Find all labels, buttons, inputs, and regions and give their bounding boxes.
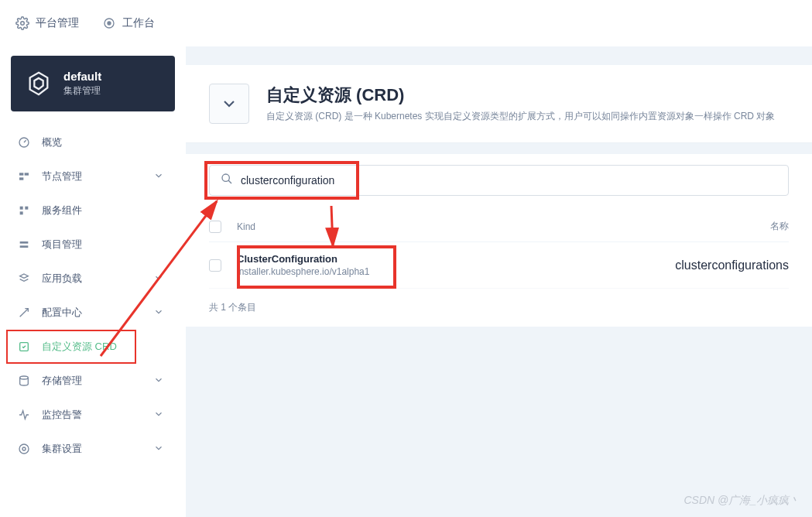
- svg-point-13: [20, 376, 29, 379]
- sidebar-item-nodes[interactable]: 节点管理: [0, 159, 175, 193]
- svg-line-17: [228, 180, 231, 183]
- svg-rect-5: [19, 177, 23, 180]
- cluster-name: default: [63, 70, 101, 83]
- column-header-kind[interactable]: Kind: [237, 221, 593, 232]
- table-header-row: Kind 名称: [209, 211, 789, 242]
- sidebar-item-label: 项目管理: [42, 238, 82, 252]
- cluster-card[interactable]: default 集群管理: [11, 56, 175, 111]
- svg-rect-6: [25, 173, 29, 175]
- sidebar-item-label: 概览: [42, 135, 62, 149]
- sidebar-item-crd[interactable]: 自定义资源 CRD: [0, 330, 175, 364]
- workbench-label: 工作台: [122, 16, 155, 30]
- chevron-down-icon: [153, 272, 164, 286]
- sidebar-item-workloads[interactable]: 应用负载: [0, 262, 175, 296]
- chevron-down-icon: [153, 375, 164, 388]
- sidebar: default 集群管理 概览 节点管理 服务组件 项目管理: [0, 46, 186, 517]
- nodes-icon: [17, 169, 31, 183]
- svg-point-2: [108, 22, 111, 25]
- container: default 集群管理 概览 节点管理 服务组件 项目管理: [0, 46, 812, 517]
- search-icon: [221, 173, 233, 188]
- chevron-down-icon: [153, 306, 164, 320]
- row-name: clusterconfigurations: [593, 258, 789, 272]
- platform-management-label: 平台管理: [36, 16, 79, 30]
- highlight-box: [6, 330, 136, 364]
- page-header: 自定义资源 (CRD) 自定义资源 (CRD) 是一种 Kubernetes 实…: [186, 65, 812, 143]
- monitoring-icon: [17, 408, 31, 422]
- row-checkbox[interactable]: [209, 259, 221, 272]
- circle-icon: [102, 16, 116, 30]
- chevron-down-icon: [153, 170, 164, 183]
- sidebar-item-label: 配置中心: [42, 306, 82, 320]
- svg-rect-8: [25, 207, 28, 210]
- sidebar-item-components[interactable]: 服务组件: [0, 193, 175, 228]
- chevron-down-icon: [153, 443, 164, 456]
- svg-rect-10: [20, 241, 29, 244]
- svg-point-0: [21, 22, 25, 26]
- svg-point-15: [19, 444, 29, 454]
- sidebar-item-label: 应用负载: [42, 272, 82, 286]
- search-input[interactable]: [241, 174, 777, 187]
- sidebar-item-label: 存储管理: [42, 374, 82, 388]
- svg-rect-7: [20, 207, 23, 210]
- row-kind: ClusterConfiguration: [237, 253, 593, 265]
- sidebar-item-config[interactable]: 配置中心: [0, 296, 175, 330]
- projects-icon: [17, 238, 31, 252]
- sidebar-item-label: 监控告警: [42, 408, 82, 422]
- page-description: 自定义资源 (CRD) 是一种 Kubernetes 实现自定义资源类型的扩展方…: [266, 110, 775, 123]
- page-title: 自定义资源 (CRD): [266, 84, 775, 107]
- sidebar-item-settings[interactable]: 集群设置: [0, 432, 175, 466]
- page-icon: [209, 84, 249, 124]
- column-header-name[interactable]: 名称: [593, 220, 789, 233]
- table-row[interactable]: ClusterConfiguration installer.kubespher…: [209, 242, 789, 289]
- gauge-icon: [17, 135, 31, 149]
- hexagon-icon: [25, 70, 53, 98]
- svg-point-16: [222, 174, 229, 181]
- sidebar-item-overview[interactable]: 概览: [0, 125, 175, 159]
- workbench-link[interactable]: 工作台: [102, 16, 155, 30]
- row-api: installer.kubesphere.io/v1alpha1: [237, 266, 593, 277]
- storage-icon: [17, 374, 31, 388]
- cluster-role: 集群管理: [63, 84, 101, 98]
- sidebar-item-label: 集群设置: [42, 442, 82, 456]
- select-all-checkbox[interactable]: [209, 221, 221, 233]
- components-icon: [17, 204, 31, 217]
- gear-icon: [15, 16, 29, 30]
- top-bar: 平台管理 工作台: [0, 0, 812, 46]
- sidebar-item-label: 节点管理: [42, 169, 82, 183]
- table: Kind 名称 ClusterConfiguration installer.k…: [186, 196, 812, 289]
- sidebar-item-storage[interactable]: 存储管理: [0, 364, 175, 398]
- sidebar-nav: 概览 节点管理 服务组件 项目管理 应用负载 配置中心: [0, 125, 175, 466]
- sidebar-item-monitoring[interactable]: 监控告警: [0, 398, 175, 432]
- svg-rect-11: [20, 245, 29, 248]
- config-icon: [17, 306, 31, 320]
- settings-icon: [17, 442, 31, 456]
- workloads-icon: [17, 272, 31, 286]
- platform-management-link[interactable]: 平台管理: [15, 16, 79, 30]
- search-box[interactable]: [209, 165, 789, 196]
- search-section: [186, 154, 812, 196]
- main: 自定义资源 (CRD) 自定义资源 (CRD) 是一种 Kubernetes 实…: [186, 46, 812, 517]
- svg-rect-4: [19, 173, 23, 175]
- svg-point-14: [22, 447, 26, 450]
- sidebar-item-label: 服务组件: [42, 204, 82, 217]
- sidebar-item-projects[interactable]: 项目管理: [0, 228, 175, 262]
- chevron-down-icon: [153, 409, 164, 422]
- pagination-summary: 共 1 个条目: [186, 289, 812, 327]
- svg-rect-9: [20, 211, 23, 214]
